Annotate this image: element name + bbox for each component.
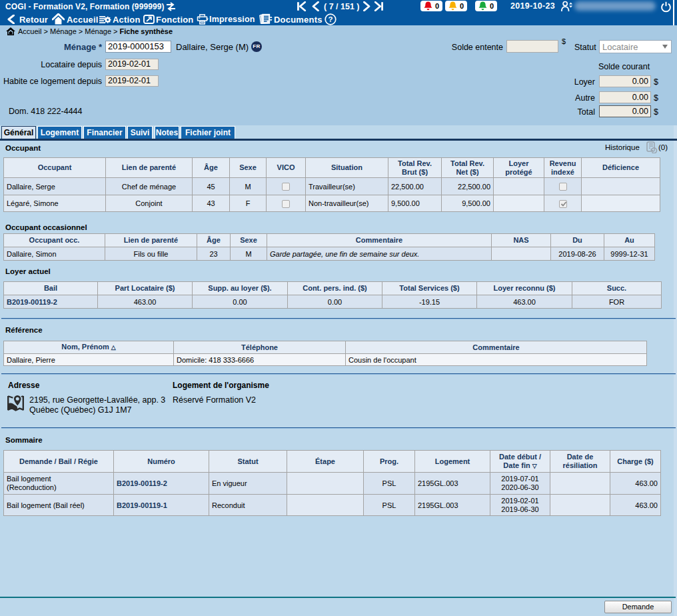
svg-text:?: ? [328, 15, 333, 23]
